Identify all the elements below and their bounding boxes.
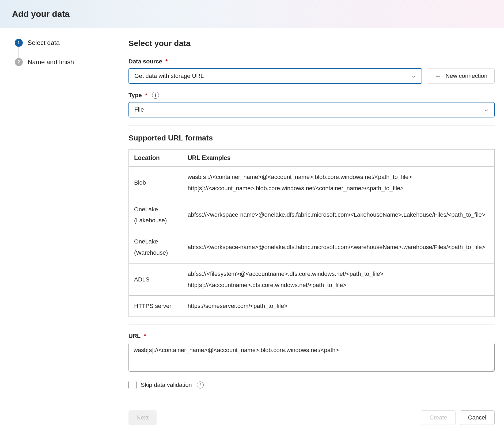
location-cell: HTTPS server	[129, 296, 182, 317]
new-connection-label: New connection	[445, 73, 487, 79]
step-label: Name and finish	[28, 58, 74, 66]
table-row: HTTPS serverhttps://someserver.com/<path…	[129, 296, 495, 317]
type-label: Type* i	[128, 92, 495, 99]
info-icon[interactable]: i	[152, 92, 159, 99]
cancel-button[interactable]: Cancel	[460, 410, 495, 425]
formats-title: Supported URL formats	[128, 134, 495, 142]
location-cell: Blob	[129, 167, 182, 199]
step-number-badge: 1	[15, 39, 23, 47]
table-row: Blobwasb[s]://<container_name>@<account_…	[129, 167, 495, 199]
info-icon[interactable]: i	[197, 382, 204, 388]
wizard-step-select-data[interactable]: 1 Select data	[15, 39, 111, 47]
data-source-select[interactable]: Get data with storage URL	[128, 68, 422, 84]
wizard-sidebar: 1 Select data 2 Name and finish	[0, 28, 119, 431]
col-url-examples: URL Examples	[182, 150, 495, 167]
url-label: URL*	[128, 333, 495, 340]
next-button[interactable]: Next	[128, 410, 157, 425]
step-number-badge: 2	[15, 58, 23, 66]
divider	[128, 125, 495, 126]
url-examples-cell: abfss://<filesystem>@<accountname>.dfs.c…	[182, 263, 495, 296]
data-source-label: Data source*	[128, 58, 495, 65]
step-label: Select data	[28, 39, 60, 47]
required-asterisk: *	[165, 58, 168, 65]
url-examples-cell: wasb[s]://<container_name>@<account_name…	[182, 167, 495, 199]
divider	[128, 324, 495, 325]
skip-validation-label: Skip data validation	[141, 382, 192, 388]
chevron-down-icon	[411, 74, 416, 78]
url-examples-cell: https://someserver.com/<path_to_file>	[182, 296, 495, 317]
table-row: ADLSabfss://<filesystem>@<accountname>.d…	[129, 263, 495, 296]
url-examples-cell: abfss://<workspace-name>@onelake.dfs.fab…	[182, 199, 495, 231]
type-value: File	[134, 106, 144, 113]
table-row: OneLake (Lakehouse)abfss://<workspace-na…	[129, 199, 495, 231]
step-connector	[18, 47, 19, 58]
dialog-header: Add your data	[0, 0, 504, 28]
location-cell: ADLS	[129, 263, 182, 296]
url-input[interactable]	[128, 343, 495, 372]
table-row: OneLake (Warehouse)abfss://<workspace-na…	[129, 231, 495, 264]
new-connection-button[interactable]: ＋ New connection	[427, 68, 495, 84]
wizard-step-name-and-finish[interactable]: 2 Name and finish	[15, 58, 111, 66]
plus-icon: ＋	[434, 72, 442, 80]
dialog-title: Add your data	[12, 9, 70, 19]
type-select[interactable]: File	[128, 102, 495, 117]
main-panel: Select your data Data source* Get data w…	[119, 28, 504, 431]
url-formats-table: Location URL Examples Blobwasb[s]://<con…	[128, 149, 495, 317]
create-button[interactable]: Create	[421, 410, 455, 425]
col-location: Location	[129, 150, 182, 167]
chevron-down-icon	[484, 107, 489, 112]
required-asterisk: *	[144, 333, 146, 340]
location-cell: OneLake (Warehouse)	[129, 231, 182, 264]
required-asterisk: *	[145, 92, 147, 99]
url-examples-cell: abfss://<workspace-name>@onelake.dfs.fab…	[182, 231, 495, 264]
dialog-footer: Next Create Cancel	[128, 410, 495, 425]
skip-validation-checkbox[interactable]	[128, 381, 137, 389]
location-cell: OneLake (Lakehouse)	[129, 199, 182, 231]
page-title: Select your data	[128, 39, 495, 48]
data-source-value: Get data with storage URL	[134, 73, 204, 79]
